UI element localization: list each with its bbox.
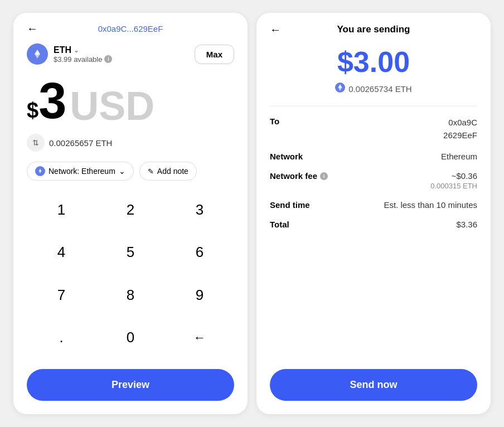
sending-amount: $3.00 bbox=[270, 46, 477, 78]
eth-equivalent-row: ⇅ 0.00265657 ETH bbox=[27, 134, 234, 152]
to-row: To 0x0a9C 2629EeF bbox=[270, 117, 477, 142]
fee-eth: 0.000315 ETH bbox=[430, 182, 477, 190]
add-note-button[interactable]: ✎ Add note bbox=[139, 162, 197, 181]
sending-eth-row: 0.00265734 ETH bbox=[270, 83, 477, 95]
send-time-label: Send time bbox=[270, 200, 310, 210]
send-now-button[interactable]: Send now bbox=[270, 369, 477, 401]
address-display[interactable]: 0x0a9C...629EeF bbox=[98, 24, 163, 33]
divider bbox=[270, 106, 477, 106]
fee-row: Network fee i ~$0.36 0.000315 ETH bbox=[270, 171, 477, 190]
token-name-row[interactable]: ETH ⌄ bbox=[54, 45, 112, 55]
confirm-send-panel: ← You are sending $3.00 0.00265734 ETH T… bbox=[256, 13, 491, 414]
network-row: Network Ethereum bbox=[270, 152, 477, 161]
numpad-key-3[interactable]: 3 bbox=[165, 192, 234, 227]
send-time-row: Send time Est. less than 10 minutes bbox=[270, 200, 477, 210]
numpad: 1 2 3 4 5 6 7 8 9 . 0 ← bbox=[27, 192, 234, 362]
to-address: 0x0a9C 2629EeF bbox=[443, 117, 477, 142]
total-label: Total bbox=[270, 220, 289, 229]
dollar-sign: $ bbox=[27, 99, 38, 123]
pencil-icon: ✎ bbox=[148, 167, 154, 176]
total-value: $3.36 bbox=[456, 220, 477, 229]
network-label-p2: Network bbox=[270, 152, 303, 161]
token-info: ETH ⌄ $3.99 available i bbox=[27, 43, 112, 65]
eth-token-icon bbox=[27, 43, 48, 65]
backspace-icon: ← bbox=[193, 331, 206, 345]
fee-label-row: Network fee i bbox=[270, 171, 328, 181]
token-balance: $3.99 available i bbox=[54, 55, 112, 64]
back-button-panel2[interactable]: ← bbox=[270, 23, 281, 36]
add-note-label: Add note bbox=[157, 167, 188, 176]
sending-usd-amount: $3.00 bbox=[270, 46, 477, 78]
numpad-key-dot[interactable]: . bbox=[27, 320, 96, 356]
amount-number: 3 bbox=[38, 76, 66, 126]
sending-eth-amount: 0.00265734 ETH bbox=[348, 84, 411, 94]
send-amount-panel: ← 0x0a9C...629EeF ETH ⌄ $3.99 av bbox=[13, 13, 248, 414]
token-name: ETH bbox=[54, 45, 71, 55]
numpad-key-1[interactable]: 1 bbox=[27, 192, 96, 227]
amount-display: $ 3 USD bbox=[27, 76, 234, 126]
network-eth-icon bbox=[35, 166, 45, 176]
fee-usd: ~$0.36 bbox=[430, 171, 477, 181]
network-chevron-icon: ⌄ bbox=[119, 167, 125, 176]
numpad-key-5[interactable]: 5 bbox=[96, 235, 165, 270]
numpad-key-7[interactable]: 7 bbox=[27, 277, 96, 313]
fee-info-icon[interactable]: i bbox=[320, 172, 328, 180]
panel2-title: You are sending bbox=[337, 24, 410, 35]
balance-info-icon[interactable]: i bbox=[104, 55, 112, 63]
fee-label: Network fee bbox=[270, 171, 317, 181]
swap-currency-button[interactable]: ⇅ bbox=[27, 134, 45, 152]
numpad-key-8[interactable]: 8 bbox=[96, 277, 165, 313]
eth-amount-text: 0.00265657 ETH bbox=[49, 138, 112, 148]
numpad-key-4[interactable]: 4 bbox=[27, 235, 96, 270]
numpad-key-backspace[interactable]: ← bbox=[165, 320, 234, 356]
total-row: Total $3.36 bbox=[270, 220, 477, 229]
numpad-key-2[interactable]: 2 bbox=[96, 192, 165, 227]
send-time-value: Est. less than 10 minutes bbox=[384, 200, 477, 210]
controls-row: Network: Ethereum ⌄ ✎ Add note bbox=[27, 162, 234, 181]
numpad-key-9[interactable]: 9 bbox=[165, 277, 234, 313]
to-label: To bbox=[270, 117, 279, 126]
max-button[interactable]: Max bbox=[195, 45, 234, 64]
panel1-header: ← 0x0a9C...629EeF bbox=[27, 24, 234, 33]
network-selector[interactable]: Network: Ethereum ⌄ bbox=[27, 162, 134, 181]
back-button-panel1[interactable]: ← bbox=[27, 22, 38, 35]
amount-currency: USD bbox=[70, 86, 154, 126]
numpad-key-0[interactable]: 0 bbox=[96, 320, 165, 356]
panel2-header: ← You are sending bbox=[270, 24, 477, 35]
sending-eth-icon bbox=[335, 83, 345, 95]
preview-button[interactable]: Preview bbox=[27, 369, 234, 401]
numpad-key-6[interactable]: 6 bbox=[165, 235, 234, 270]
token-chevron-icon: ⌄ bbox=[74, 46, 79, 54]
network-value: Ethereum bbox=[441, 152, 477, 161]
token-row: ETH ⌄ $3.99 available i Max bbox=[27, 43, 234, 65]
network-label: Network: Ethereum bbox=[49, 167, 115, 176]
